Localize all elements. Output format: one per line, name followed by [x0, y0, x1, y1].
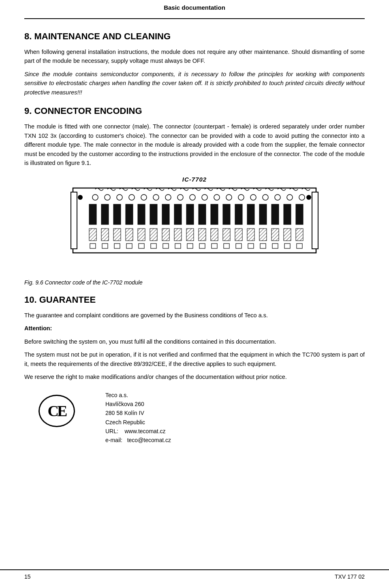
company-name: Teco a.s. — [105, 391, 365, 400]
svg-rect-24 — [101, 204, 109, 225]
svg-rect-41 — [89, 229, 96, 241]
svg-rect-37 — [259, 204, 267, 225]
section-8-number: 8. — [24, 31, 32, 41]
company-address1: Havlíčkova 260 — [105, 400, 365, 408]
svg-rect-66 — [175, 244, 181, 248]
svg-rect-2 — [312, 192, 318, 249]
section-10-para-5: We reserve the right to make modificatio… — [24, 372, 365, 381]
svg-rect-69 — [212, 244, 217, 248]
svg-rect-75 — [284, 244, 290, 248]
svg-rect-54 — [247, 229, 254, 241]
svg-rect-70 — [224, 244, 229, 248]
svg-point-14 — [202, 195, 207, 200]
svg-rect-64 — [151, 244, 156, 248]
svg-rect-36 — [247, 204, 254, 225]
url-label: URL: — [105, 428, 118, 434]
svg-rect-73 — [260, 244, 266, 248]
svg-rect-60 — [102, 244, 108, 248]
section-10: 10. GUARANTEE The guarantee and complain… — [24, 295, 365, 382]
svg-rect-34 — [223, 204, 230, 225]
svg-rect-62 — [126, 244, 132, 248]
svg-point-4 — [306, 195, 311, 200]
svg-rect-27 — [138, 204, 145, 225]
svg-rect-53 — [235, 229, 242, 241]
section-8-heading: 8. MAINTENANCE AND CLEANING — [24, 31, 365, 42]
company-email-row: e-mail: teco@tecomat.cz — [105, 436, 365, 445]
section-9-number: 9. — [24, 106, 32, 116]
company-info: Teco a.s. Havlíčkova 260 280 58 Kolín IV… — [105, 391, 365, 445]
svg-rect-58 — [296, 229, 303, 241]
connector-svg — [69, 186, 320, 275]
page-footer: 15 TXV 177 02 — [0, 569, 389, 583]
svg-rect-45 — [138, 229, 145, 241]
svg-rect-26 — [126, 204, 133, 225]
svg-point-10 — [153, 195, 159, 200]
svg-rect-67 — [187, 244, 193, 248]
svg-rect-52 — [223, 229, 230, 241]
section-10-para-1: The guarantee and complaint conditions a… — [24, 311, 365, 320]
svg-point-9 — [141, 195, 147, 200]
svg-rect-76 — [297, 244, 302, 248]
bottom-section: CE Teco a.s. Havlíčkova 260 280 58 Kolín… — [24, 391, 365, 445]
svg-rect-56 — [271, 229, 279, 241]
svg-point-17 — [238, 195, 244, 200]
section-10-para-3: Before switching the system on, you must… — [24, 337, 365, 346]
connector-diagram: IC-7702 — [24, 176, 365, 275]
svg-rect-46 — [150, 229, 157, 241]
svg-rect-47 — [162, 229, 169, 241]
section-8-title: MAINTENANCE AND CLEANING — [34, 31, 171, 41]
footer-doc-number: TXV 177 02 — [335, 573, 365, 580]
svg-rect-30 — [174, 204, 182, 225]
svg-rect-65 — [163, 244, 169, 248]
header-title: Basic documentation — [164, 4, 225, 11]
svg-point-16 — [226, 195, 232, 200]
page-header: Basic documentation — [24, 0, 365, 19]
section-10-attention: Attention: — [24, 324, 365, 333]
company-url: www.tecomat.cz — [124, 428, 165, 434]
svg-rect-28 — [150, 204, 157, 225]
company-country: Czech Republic — [105, 418, 365, 427]
svg-rect-29 — [162, 204, 169, 225]
svg-point-8 — [129, 195, 135, 200]
company-email: teco@tecomat.cz — [127, 437, 171, 443]
svg-rect-61 — [114, 244, 120, 248]
svg-point-3 — [78, 195, 83, 200]
svg-point-5 — [92, 195, 98, 200]
svg-point-18 — [250, 195, 256, 200]
section-10-heading: 10. GUARANTEE — [24, 295, 365, 305]
svg-rect-48 — [174, 229, 182, 241]
footer-page-number: 15 — [24, 573, 31, 580]
svg-point-7 — [117, 195, 122, 200]
svg-point-20 — [275, 195, 280, 200]
svg-point-12 — [177, 195, 183, 200]
svg-rect-50 — [199, 229, 206, 241]
svg-rect-40 — [296, 204, 303, 225]
svg-point-15 — [214, 195, 220, 200]
svg-point-11 — [165, 195, 171, 200]
svg-rect-42 — [101, 229, 109, 241]
svg-point-22 — [299, 195, 305, 200]
svg-point-6 — [105, 195, 110, 200]
section-8-para-2: Since the module contains semiconductor … — [24, 70, 365, 97]
page: Basic documentation 8. MAINTENANCE AND C… — [0, 0, 389, 588]
svg-rect-74 — [272, 244, 278, 248]
section-9-title: CONNECTOR ENCODING — [34, 106, 142, 116]
svg-rect-39 — [284, 204, 291, 225]
svg-rect-57 — [284, 229, 291, 241]
ce-mark-container: CE — [24, 391, 89, 427]
section-9-para-1: The module is fitted with one connector … — [24, 122, 365, 167]
svg-rect-55 — [259, 229, 267, 241]
svg-rect-49 — [186, 229, 194, 241]
svg-rect-33 — [211, 204, 218, 225]
svg-rect-51 — [211, 229, 218, 241]
svg-rect-35 — [235, 204, 242, 225]
svg-rect-31 — [186, 204, 194, 225]
svg-point-19 — [263, 195, 268, 200]
section-10-title: GUARANTEE — [39, 295, 96, 305]
svg-rect-59 — [90, 244, 96, 248]
ce-mark: CE — [38, 395, 75, 427]
svg-rect-44 — [126, 229, 133, 241]
company-address2: 280 58 Kolín IV — [105, 408, 365, 417]
section-9-heading: 9. CONNECTOR ENCODING — [24, 106, 365, 116]
section-8: 8. MAINTENANCE AND CLEANING When followi… — [24, 31, 365, 97]
